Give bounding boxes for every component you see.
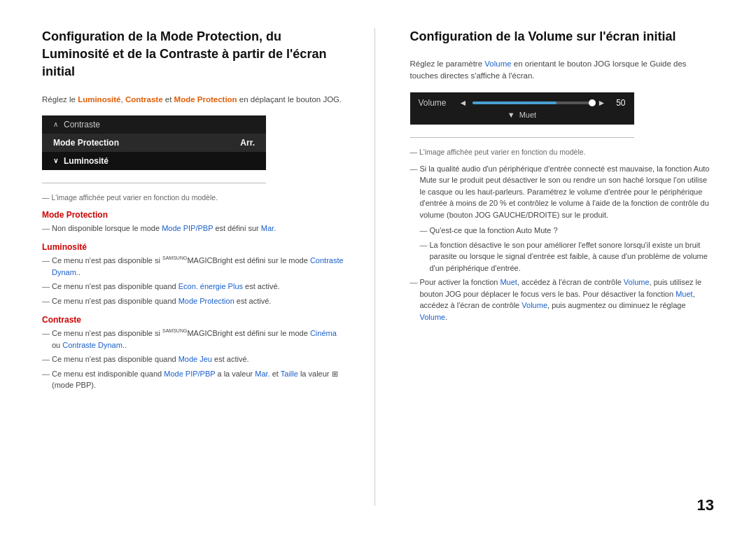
menu-mode-protection: Mode Protection Arr. xyxy=(42,134,266,152)
slider-fill xyxy=(472,101,556,104)
left-intro: Réglez le Luminosité, Contraste et Mode … xyxy=(42,94,346,106)
left-divider-note: — L'image affichée peut varier en foncti… xyxy=(42,193,346,202)
volume-ui: Volume ◄ ► 50 ▼ Muet xyxy=(410,92,634,125)
section-luminosite-heading: Luminosité xyxy=(42,242,346,252)
left-title: Configuration de la Mode Protection, du … xyxy=(42,28,346,81)
right-section: Configuration de la Volume sur l'écran i… xyxy=(375,28,715,506)
left-section: Configuration de la Mode Protection, du … xyxy=(42,28,375,506)
slider-left-arrow: ◄ xyxy=(459,98,468,108)
contraste-bullet-2: Ce menu n'est pas disponible quand Mode … xyxy=(42,353,346,365)
section-contraste-heading: Contraste xyxy=(42,315,346,325)
volume-value: 50 xyxy=(612,98,626,108)
luminosite-bullet-3: Ce menu n'est pas disponible quand Mode … xyxy=(42,295,346,307)
mute-row: ▼ Muet xyxy=(419,111,626,119)
section-mode-protection-heading: Mode Protection xyxy=(42,210,346,220)
mute-arrow-icon: ▼ xyxy=(507,111,515,119)
left-divider xyxy=(42,183,266,183)
arrow-down-icon: ∨ xyxy=(53,157,58,164)
right-divider-note: — L'image affichée peut varier en foncti… xyxy=(410,148,715,156)
contraste-bullet-1: Ce menu n'est pas disponible si SAMSUNGM… xyxy=(42,328,346,351)
right-sub-bullet-1: Qu'est-ce que la fonction Auto Mute ? xyxy=(410,225,715,237)
luminosite-bullet-1: Ce menu n'est pas disponible si SAMSUNGM… xyxy=(42,255,346,278)
slider-track xyxy=(472,101,592,104)
page-number: 13 xyxy=(697,496,714,514)
right-divider xyxy=(410,137,634,138)
menu-luminosite: ∨ Luminosité xyxy=(42,152,266,170)
slider-thumb xyxy=(589,99,596,106)
right-sub-bullet-2: La fonction désactive le son pour amélio… xyxy=(410,239,715,274)
mode-protection-bullet-1: Non disponible lorsque le mode Mode PIP/… xyxy=(42,223,346,234)
right-intro: Réglez le paramètre Volume en orientant … xyxy=(410,58,715,83)
menu-ui: ∧ Contraste Mode Protection Arr. ∨ Lumin… xyxy=(42,115,266,170)
right-bullet-1: Si la qualité audio d'un périphérique d'… xyxy=(410,163,715,221)
volume-row: Volume ◄ ► 50 xyxy=(419,98,626,108)
volume-label: Volume xyxy=(419,98,454,108)
menu-contraste: ∧ Contraste xyxy=(42,115,266,134)
slider-right-arrow: ► xyxy=(598,98,606,108)
contraste-bullet-3: Ce menu est indisponible quand Mode PIP/… xyxy=(42,368,346,391)
mute-label: Muet xyxy=(519,111,536,119)
arrow-up-icon: ∧ xyxy=(53,120,58,128)
right-title: Configuration de la Volume sur l'écran i… xyxy=(410,28,715,45)
right-bullet-2: Pour activer la fonction Muet, accédez à… xyxy=(410,276,715,323)
luminosite-bullet-2: Ce menu n'est pas disponible quand Econ.… xyxy=(42,281,346,293)
